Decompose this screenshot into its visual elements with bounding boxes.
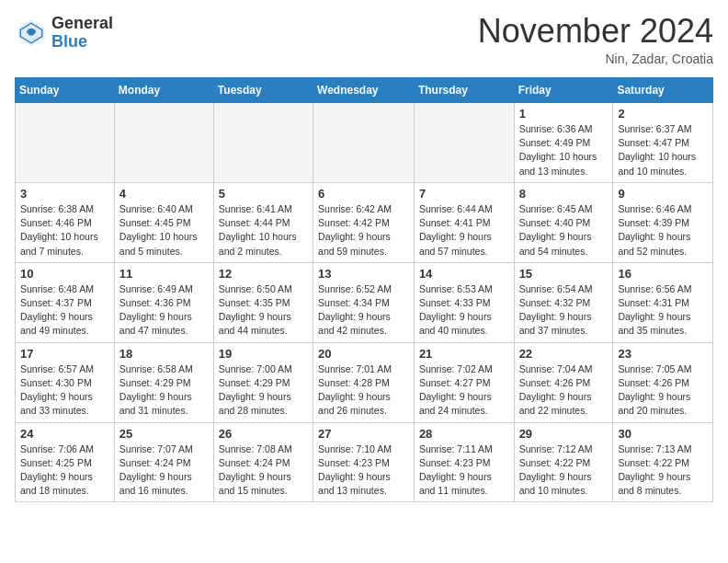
day-info: Sunrise: 6:46 AM Sunset: 4:39 PM Dayligh… [618, 202, 708, 259]
day-number: 30 [618, 427, 708, 441]
day-header-friday: Friday [514, 78, 613, 103]
day-info: Sunrise: 6:37 AM Sunset: 4:47 PM Dayligh… [618, 122, 708, 178]
calendar-cell: 23Sunrise: 7:05 AM Sunset: 4:26 PM Dayli… [613, 342, 713, 422]
month-title: November 2024 [478, 15, 713, 48]
day-header-sunday: Sunday [16, 78, 115, 103]
day-number: 4 [119, 187, 209, 201]
day-number: 21 [419, 347, 509, 361]
day-info: Sunrise: 6:42 AM Sunset: 4:42 PM Dayligh… [318, 202, 409, 259]
calendar-cell: 12Sunrise: 6:50 AM Sunset: 4:35 PM Dayli… [213, 262, 313, 342]
calendar-cell: 30Sunrise: 7:13 AM Sunset: 4:22 PM Dayli… [613, 422, 713, 502]
calendar-cell: 17Sunrise: 6:57 AM Sunset: 4:30 PM Dayli… [16, 342, 115, 422]
calendar-cell: 1Sunrise: 6:36 AM Sunset: 4:49 PM Daylig… [514, 103, 613, 183]
calendar-cell [414, 103, 514, 183]
day-number: 28 [419, 427, 509, 441]
day-number: 14 [419, 267, 509, 281]
logo-icon [15, 17, 48, 50]
calendar-cell: 5Sunrise: 6:41 AM Sunset: 4:44 PM Daylig… [213, 182, 313, 262]
day-number: 17 [20, 347, 109, 361]
title-block: November 2024 Nin, Zadar, Croatia [478, 15, 713, 66]
day-number: 5 [219, 187, 308, 201]
calendar-cell: 28Sunrise: 7:11 AM Sunset: 4:23 PM Dayli… [414, 422, 514, 502]
day-info: Sunrise: 7:00 AM Sunset: 4:29 PM Dayligh… [219, 362, 308, 419]
day-header-wednesday: Wednesday [313, 78, 415, 103]
day-number: 11 [119, 267, 209, 281]
day-info: Sunrise: 7:02 AM Sunset: 4:27 PM Dayligh… [419, 362, 509, 419]
day-info: Sunrise: 7:01 AM Sunset: 4:28 PM Dayligh… [318, 362, 409, 419]
calendar-cell [16, 103, 115, 183]
day-number: 16 [618, 267, 708, 281]
day-number: 25 [119, 427, 209, 441]
day-info: Sunrise: 6:41 AM Sunset: 4:44 PM Dayligh… [219, 202, 308, 259]
day-number: 18 [119, 347, 209, 361]
calendar-cell: 27Sunrise: 7:10 AM Sunset: 4:23 PM Dayli… [313, 422, 415, 502]
day-number: 24 [20, 427, 109, 441]
day-header-tuesday: Tuesday [213, 78, 313, 103]
calendar-cell: 19Sunrise: 7:00 AM Sunset: 4:29 PM Dayli… [213, 342, 313, 422]
day-number: 1 [519, 107, 609, 121]
day-info: Sunrise: 7:08 AM Sunset: 4:24 PM Dayligh… [219, 442, 308, 499]
calendar-cell: 4Sunrise: 6:40 AM Sunset: 4:45 PM Daylig… [114, 182, 213, 262]
day-number: 22 [519, 347, 609, 361]
day-number: 7 [419, 187, 509, 201]
logo: General Blue [15, 15, 113, 52]
day-info: Sunrise: 6:57 AM Sunset: 4:30 PM Dayligh… [20, 362, 109, 419]
day-number: 8 [519, 187, 609, 201]
day-info: Sunrise: 6:38 AM Sunset: 4:46 PM Dayligh… [20, 202, 109, 259]
calendar-cell: 29Sunrise: 7:12 AM Sunset: 4:22 PM Dayli… [514, 422, 613, 502]
day-info: Sunrise: 6:48 AM Sunset: 4:37 PM Dayligh… [20, 282, 109, 339]
day-number: 26 [219, 427, 308, 441]
day-number: 3 [20, 187, 109, 201]
day-number: 27 [318, 427, 409, 441]
calendar-cell: 20Sunrise: 7:01 AM Sunset: 4:28 PM Dayli… [313, 342, 415, 422]
calendar-cell: 22Sunrise: 7:04 AM Sunset: 4:26 PM Dayli… [514, 342, 613, 422]
day-number: 2 [618, 107, 708, 121]
calendar-cell: 3Sunrise: 6:38 AM Sunset: 4:46 PM Daylig… [16, 182, 115, 262]
day-number: 6 [318, 187, 409, 201]
calendar-header-row: SundayMondayTuesdayWednesdayThursdayFrid… [16, 78, 713, 103]
day-info: Sunrise: 7:10 AM Sunset: 4:23 PM Dayligh… [318, 442, 409, 499]
day-info: Sunrise: 6:40 AM Sunset: 4:45 PM Dayligh… [119, 202, 209, 259]
week-row-4: 17Sunrise: 6:57 AM Sunset: 4:30 PM Dayli… [16, 342, 713, 422]
logo-general: General [51, 15, 113, 33]
calendar-cell: 13Sunrise: 6:52 AM Sunset: 4:34 PM Dayli… [313, 262, 415, 342]
day-header-monday: Monday [114, 78, 213, 103]
week-row-5: 24Sunrise: 7:06 AM Sunset: 4:25 PM Dayli… [16, 422, 713, 502]
day-info: Sunrise: 6:54 AM Sunset: 4:32 PM Dayligh… [519, 282, 609, 339]
day-info: Sunrise: 7:05 AM Sunset: 4:26 PM Dayligh… [618, 362, 708, 419]
location-subtitle: Nin, Zadar, Croatia [478, 52, 713, 66]
calendar-cell [114, 103, 213, 183]
calendar-cell: 26Sunrise: 7:08 AM Sunset: 4:24 PM Dayli… [213, 422, 313, 502]
day-info: Sunrise: 6:52 AM Sunset: 4:34 PM Dayligh… [318, 282, 409, 339]
day-info: Sunrise: 6:44 AM Sunset: 4:41 PM Dayligh… [419, 202, 509, 259]
calendar-cell: 6Sunrise: 6:42 AM Sunset: 4:42 PM Daylig… [313, 182, 415, 262]
day-info: Sunrise: 6:36 AM Sunset: 4:49 PM Dayligh… [519, 122, 609, 178]
calendar-cell: 8Sunrise: 6:45 AM Sunset: 4:40 PM Daylig… [514, 182, 613, 262]
day-info: Sunrise: 6:49 AM Sunset: 4:36 PM Dayligh… [119, 282, 209, 339]
day-number: 23 [618, 347, 708, 361]
day-number: 20 [318, 347, 409, 361]
calendar-table: SundayMondayTuesdayWednesdayThursdayFrid… [15, 77, 713, 502]
day-number: 12 [219, 267, 308, 281]
calendar-cell: 14Sunrise: 6:53 AM Sunset: 4:33 PM Dayli… [414, 262, 514, 342]
day-info: Sunrise: 7:12 AM Sunset: 4:22 PM Dayligh… [519, 442, 609, 499]
page-header: General Blue November 2024 Nin, Zadar, C… [15, 15, 713, 66]
day-info: Sunrise: 7:13 AM Sunset: 4:22 PM Dayligh… [618, 442, 708, 499]
day-number: 13 [318, 267, 409, 281]
calendar-cell [313, 103, 415, 183]
calendar-cell: 16Sunrise: 6:56 AM Sunset: 4:31 PM Dayli… [613, 262, 713, 342]
calendar-cell: 10Sunrise: 6:48 AM Sunset: 4:37 PM Dayli… [16, 262, 115, 342]
day-info: Sunrise: 6:53 AM Sunset: 4:33 PM Dayligh… [419, 282, 509, 339]
logo-text: General Blue [51, 15, 113, 52]
calendar-cell: 18Sunrise: 6:58 AM Sunset: 4:29 PM Dayli… [114, 342, 213, 422]
week-row-1: 1Sunrise: 6:36 AM Sunset: 4:49 PM Daylig… [16, 103, 713, 183]
day-info: Sunrise: 7:11 AM Sunset: 4:23 PM Dayligh… [419, 442, 509, 499]
logo-blue: Blue [51, 33, 113, 52]
day-info: Sunrise: 6:50 AM Sunset: 4:35 PM Dayligh… [219, 282, 308, 339]
week-row-2: 3Sunrise: 6:38 AM Sunset: 4:46 PM Daylig… [16, 182, 713, 262]
day-number: 29 [519, 427, 609, 441]
day-info: Sunrise: 7:04 AM Sunset: 4:26 PM Dayligh… [519, 362, 609, 419]
day-info: Sunrise: 6:56 AM Sunset: 4:31 PM Dayligh… [618, 282, 708, 339]
week-row-3: 10Sunrise: 6:48 AM Sunset: 4:37 PM Dayli… [16, 262, 713, 342]
calendar-cell: 2Sunrise: 6:37 AM Sunset: 4:47 PM Daylig… [613, 103, 713, 183]
